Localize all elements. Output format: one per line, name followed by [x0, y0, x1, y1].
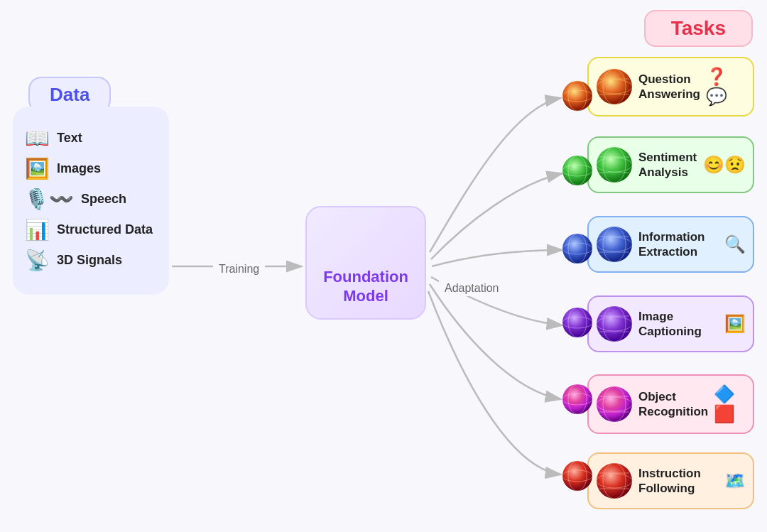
- svg-point-47: [562, 234, 592, 264]
- tip-sphere-info-extraction: [562, 233, 593, 264]
- foundation-label-line1: Foundation: [323, 268, 408, 286]
- svg-point-21: [597, 227, 632, 262]
- data-label-speech: Speech: [81, 192, 126, 207]
- data-title-text: Data: [50, 84, 89, 105]
- svg-point-41: [562, 81, 592, 111]
- svg-point-11: [597, 69, 632, 104]
- svg-point-26: [597, 306, 632, 342]
- data-label-structured: Structured Data: [57, 222, 153, 237]
- training-text: Training: [219, 263, 259, 275]
- signals-icon: 📡: [24, 249, 50, 272]
- svg-point-31: [597, 386, 632, 422]
- adaptation-text: Adaptation: [445, 282, 499, 294]
- speech-icon: 🎙️〰️: [24, 188, 74, 211]
- image-captioning-icon: 🖼️: [724, 314, 746, 334]
- task-sphere-info-extraction: [596, 226, 633, 263]
- task-label-sentiment: SentimentAnalysis: [638, 150, 697, 180]
- sentiment-icon: 😊😟: [703, 155, 746, 175]
- instruction-following-icon: 🗺️: [724, 471, 746, 491]
- task-label-qa: QuestionAnswering: [638, 72, 700, 102]
- task-card-object-recognition: ObjectRecognition 🔷🟥: [587, 374, 754, 434]
- data-item-signals: 📡 3D Signals: [24, 249, 158, 272]
- svg-point-44: [562, 156, 592, 185]
- tip-sphere-qa: [562, 80, 593, 112]
- info-extraction-icon: 🔍: [724, 234, 746, 254]
- foundation-label: Foundation Model: [323, 268, 408, 305]
- task-card-image-captioning: ImageCaptioning 🖼️: [587, 295, 754, 352]
- foundation-label-line2: Model: [343, 287, 388, 305]
- images-icon: 🖼️: [24, 157, 50, 180]
- task-sphere-sentiment: [596, 146, 633, 183]
- tip-sphere-instruction-following: [562, 460, 593, 492]
- svg-point-53: [562, 384, 592, 414]
- task-sphere-instruction-following: [596, 462, 633, 499]
- tasks-title-badge: Tasks: [644, 10, 753, 47]
- data-panel: 📖 Text 🖼️ Images 🎙️〰️ Speech 📊 Structure…: [13, 107, 169, 295]
- object-recognition-icon: 🔷🟥: [714, 384, 746, 424]
- svg-point-36: [597, 463, 632, 499]
- task-label-instruction-following: InstructionFollowing: [638, 466, 719, 496]
- tip-sphere-object-recognition: [562, 384, 593, 415]
- task-card-qa: QuestionAnswering ❓💬: [587, 57, 754, 116]
- book-icon: 📖: [24, 126, 50, 150]
- task-sphere-image-captioning: [596, 305, 633, 342]
- data-item-text: 📖 Text: [24, 126, 158, 150]
- foundation-model-box: Foundation Model: [305, 206, 426, 320]
- svg-point-16: [597, 147, 632, 183]
- data-label-images: Images: [57, 161, 101, 176]
- task-label-object-recognition: ObjectRecognition: [638, 389, 708, 420]
- tip-sphere-image-captioning: [562, 307, 593, 338]
- structured-icon: 📊: [24, 218, 50, 241]
- task-label-image-captioning: ImageCaptioning: [638, 309, 719, 340]
- svg-point-56: [562, 461, 592, 491]
- task-sphere-qa: [596, 68, 633, 105]
- adaptation-label: Adaptation: [439, 281, 505, 296]
- training-label: Training: [213, 261, 265, 277]
- data-label-text: Text: [57, 131, 82, 146]
- task-card-instruction-following: InstructionFollowing 🗺️: [587, 452, 754, 509]
- task-card-sentiment: SentimentAnalysis 😊😟: [587, 136, 754, 193]
- tip-sphere-sentiment: [562, 155, 593, 186]
- data-item-images: 🖼️ Images: [24, 157, 158, 180]
- data-item-speech: 🎙️〰️ Speech: [24, 188, 158, 211]
- qa-icon: ❓💬: [706, 67, 746, 107]
- task-label-info-extraction: InformationExtraction: [638, 229, 719, 260]
- task-sphere-object-recognition: [596, 386, 633, 423]
- data-item-structured: 📊 Structured Data: [24, 218, 158, 241]
- tasks-title-text: Tasks: [671, 17, 726, 39]
- task-card-info-extraction: InformationExtraction 🔍: [587, 216, 754, 273]
- data-label-signals: 3D Signals: [57, 253, 122, 268]
- svg-point-50: [562, 308, 592, 337]
